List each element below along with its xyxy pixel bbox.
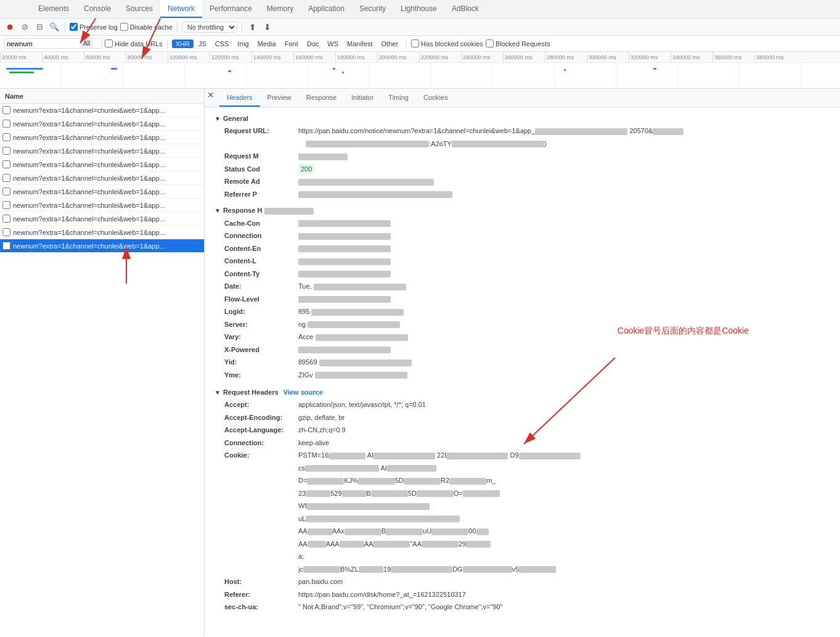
filter-js[interactable]: JS: [195, 39, 210, 48]
spacer3: [224, 475, 298, 486]
request-row[interactable]: newnum?extra=1&channel=chunlei&web=1&app…: [0, 158, 204, 171]
separator-2: [177, 22, 177, 32]
filter-css[interactable]: CSS: [211, 39, 233, 48]
all-filter-tag[interactable]: All: [81, 39, 92, 47]
disable-cache-checkbox[interactable]: Disable cache: [120, 23, 173, 31]
tab-performance[interactable]: Performance: [202, 0, 259, 18]
response-header-val: [298, 345, 391, 355]
filter-ws[interactable]: WS: [324, 39, 342, 48]
timeline-tick: 360000 ms: [712, 52, 754, 62]
tab-network[interactable]: Network: [160, 0, 202, 18]
filter-button[interactable]: ⊟: [33, 21, 46, 33]
general-section-label: General: [223, 115, 248, 122]
cookie-blur-3: [446, 453, 508, 459]
cookie-row-10: jcB%ZL19DGv5: [214, 563, 830, 576]
search-input[interactable]: [7, 40, 81, 47]
tab-console[interactable]: Console: [76, 0, 118, 18]
referrer-policy-val: [298, 189, 452, 200]
filter-xhr[interactable]: XHR: [172, 39, 194, 48]
filter-manifest[interactable]: Manifest: [343, 39, 377, 48]
response-header-rows: Cache-Con Connection Content-En Content-…: [214, 217, 830, 382]
referer-row: Referer: https://pan.baidu.com/disk/home…: [214, 588, 830, 601]
request-row[interactable]: newnum?extra=1&channel=chunlei&web=1&app…: [0, 226, 204, 239]
tab-lighthouse[interactable]: Lighthouse: [393, 0, 444, 18]
request-row[interactable]: newnum?extra=1&channel=chunlei&web=1&app…: [0, 117, 204, 131]
filter-doc[interactable]: Doc: [303, 39, 323, 48]
response-header-key: Flow-Level: [224, 294, 298, 305]
preserve-log-checkbox[interactable]: Preserve log: [70, 23, 118, 31]
tab-application[interactable]: Application: [301, 0, 352, 18]
tab-security[interactable]: Security: [352, 0, 393, 18]
tab-adblock[interactable]: AdBlock: [444, 0, 486, 18]
detail-tab-response[interactable]: Response: [299, 89, 345, 107]
request-row[interactable]: newnum?extra=1&channel=chunlei&web=1&app…: [0, 104, 204, 117]
filter-img[interactable]: Img: [234, 39, 252, 48]
filter-other[interactable]: Other: [378, 39, 402, 48]
request-rows: newnum?extra=1&channel=chunlei&web=1&app…: [0, 104, 204, 253]
request-headers-section-header[interactable]: ▼ Request Headers View source: [214, 386, 830, 398]
general-section-header[interactable]: ▼ General: [214, 112, 830, 125]
close-detail-button[interactable]: ✕: [205, 89, 217, 101]
request-row[interactable]: newnum?extra=1&channel=chunlei&web=1&app…: [0, 239, 204, 253]
cookie-row-9: a;: [214, 550, 830, 563]
tab-elements[interactable]: Elements: [31, 0, 76, 18]
connection-key: Connection:: [224, 438, 298, 448]
timeline-tick: 100000 ms: [168, 52, 210, 62]
request-row[interactable]: newnum?extra=1&channel=chunlei&web=1&app…: [0, 171, 204, 185]
request-name: newnum?extra=1&channel=chunlei&web=1&app…: [13, 134, 202, 141]
response-header-row: Content-Ty: [214, 268, 830, 281]
timeline-tick: 80000 ms: [126, 52, 168, 62]
record-button[interactable]: ⏺: [4, 21, 16, 33]
detail-tab-headers[interactable]: Headers: [219, 89, 260, 107]
response-header-row: Flow-Level: [214, 293, 830, 306]
request-row[interactable]: newnum?extra=1&channel=chunlei&web=1&app…: [0, 185, 204, 199]
response-header-val: [298, 218, 391, 229]
waterfall-bar: [9, 72, 34, 73]
request-row[interactable]: newnum?extra=1&channel=chunlei&web=1&app…: [0, 144, 204, 158]
blocked-cookies-checkbox[interactable]: Has blocked cookies: [411, 39, 483, 47]
timeline-tick: 260000 ms: [503, 52, 545, 62]
cookie-blur-13: [371, 490, 408, 497]
request-method-row: Request M: [214, 150, 830, 163]
view-source-link[interactable]: View source: [283, 388, 323, 396]
response-headers-section-header[interactable]: ▼ Response H: [214, 204, 830, 217]
blocked-requests-checkbox[interactable]: Blocked Requests: [486, 39, 550, 47]
request-url-val[interactable]: https://pan.baidu.com/notice/newnum?extr…: [298, 126, 683, 136]
tab-sources[interactable]: Sources: [118, 0, 160, 18]
accept-language-row: Accept-Language: zh-CN,zh;q=0.9: [214, 424, 830, 437]
stop-button[interactable]: ⊘: [18, 21, 31, 33]
cookie-row-3: D=KJ%5DR2m_: [214, 474, 830, 487]
throttle-select[interactable]: No throttling: [182, 22, 237, 33]
request-url-cont: :A2oTY): [298, 139, 547, 149]
export-button[interactable]: ⬇: [261, 21, 274, 33]
waterfall-bar: [111, 68, 117, 70]
detail-tab-preview[interactable]: Preview: [260, 89, 299, 107]
filter-media[interactable]: Media: [254, 39, 280, 48]
cookie-val-8: AAAAAAA"AA29: [298, 539, 491, 549]
request-row[interactable]: newnum?extra=1&channel=chunlei&web=1&app…: [0, 212, 204, 226]
timeline-tick: 160000 ms: [293, 52, 335, 62]
cookie-blur-32: [519, 566, 556, 573]
detail-tab-cookies[interactable]: Cookies: [416, 89, 455, 107]
request-row[interactable]: newnum?extra=1&channel=chunlei&web=1&app…: [0, 131, 204, 144]
cookie-blur-12: [342, 490, 367, 497]
general-arrow: ▼: [214, 115, 221, 122]
search-button[interactable]: 🔍: [48, 21, 60, 33]
tab-memory[interactable]: Memory: [259, 0, 301, 18]
host-key: Host:: [224, 577, 298, 587]
detail-tab-timing[interactable]: Timing: [381, 89, 416, 107]
timeline-tick: 40000 ms: [42, 52, 84, 62]
detail-tab-initiator[interactable]: Initiator: [344, 89, 381, 107]
filter-font[interactable]: Font: [281, 39, 302, 48]
detail-tabs: ✕ Headers Preview Response Initiator Tim…: [205, 89, 840, 107]
status-code-key: Status Cod: [224, 164, 298, 175]
request-row[interactable]: newnum?extra=1&channel=chunlei&web=1&app…: [0, 199, 204, 212]
remote-address-val: [298, 176, 434, 187]
cookie-row-2: cs AI: [214, 462, 830, 475]
host-val: pan.baidu.com: [298, 577, 343, 587]
cookie-blur-19: [345, 528, 381, 535]
sec-ch-ua-key: sec-ch-ua:: [224, 602, 298, 612]
request-name: newnum?extra=1&channel=chunlei&web=1&app…: [13, 188, 202, 195]
hide-data-urls-checkbox[interactable]: Hide data URLs: [105, 39, 163, 47]
import-button[interactable]: ⬆: [247, 21, 259, 33]
